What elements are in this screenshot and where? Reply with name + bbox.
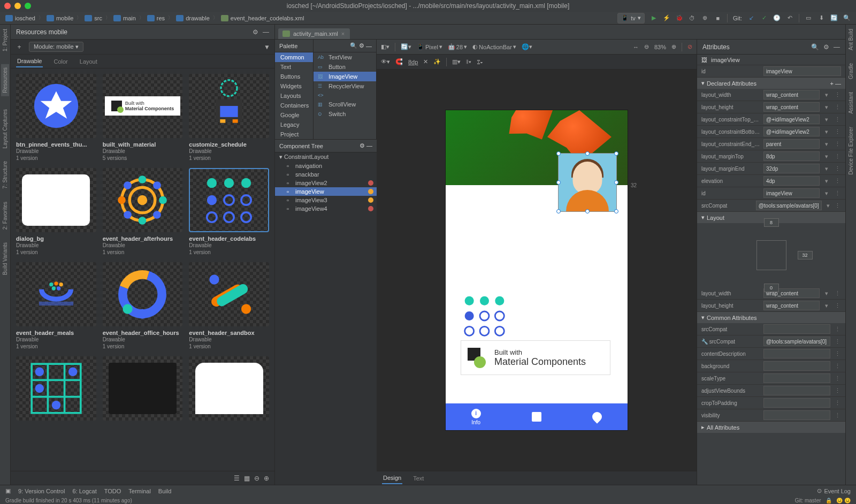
tab-layout[interactable]: Layout <box>79 56 98 67</box>
sidebar-structure[interactable]: 7: Structure <box>2 161 8 189</box>
palette-widget[interactable]: ⊙Switch <box>314 109 376 119</box>
tab-drawable[interactable]: Drawable <box>16 56 43 67</box>
attr-dropdown-icon[interactable]: ▾ <box>823 190 830 197</box>
imageview3[interactable] <box>462 293 507 339</box>
attr-value-field[interactable] <box>763 410 830 420</box>
align-icon[interactable]: ⫴▾ <box>466 58 471 65</box>
nav-schedule[interactable] <box>506 403 567 430</box>
palette-widget[interactable]: ▥ScrollView <box>314 100 376 109</box>
resource-card[interactable]: event_header_meals Drawable 1 version <box>16 262 96 350</box>
margin-top-input[interactable]: 8 <box>764 218 779 227</box>
attr-more-icon[interactable]: ⋮ <box>834 128 841 135</box>
attr-value-field[interactable]: wrap_content <box>763 102 820 112</box>
sidebar-resources[interactable]: Resources <box>1 64 9 96</box>
breadcrumb-file[interactable]: event_header_codelabs.xml <box>221 15 304 21</box>
attr-more-icon[interactable]: ⋮ <box>834 363 841 370</box>
zoom-in-icon[interactable]: ⊕ <box>264 475 269 482</box>
attr-value-field[interactable] <box>763 386 830 395</box>
search-everywhere-icon[interactable]: 🔍 <box>843 14 851 22</box>
attr-value-field[interactable]: wrap_content <box>763 301 820 310</box>
palette-category[interactable]: Containers <box>275 101 313 110</box>
attr-more-icon[interactable]: ⋮ <box>834 178 841 185</box>
attr-value-field[interactable]: 4dp <box>763 176 820 186</box>
attr-more-icon[interactable]: ⋮ <box>834 350 841 357</box>
sync-icon[interactable]: 🔄 <box>830 14 838 22</box>
resource-card[interactable] <box>189 356 269 421</box>
id-field[interactable]: imageView <box>763 66 841 76</box>
breadcrumb[interactable]: mobile <box>47 15 73 21</box>
module-dropdown[interactable]: Module: mobile ▾ <box>29 42 83 52</box>
attr-dropdown-icon[interactable]: ▾ <box>823 165 830 172</box>
breadcrumb[interactable]: drawable <box>176 15 210 21</box>
view-options-icon[interactable]: 👁▾ <box>381 58 390 65</box>
attr-dropdown-icon[interactable]: ▾ <box>823 178 830 185</box>
zoom-out-icon[interactable]: ⊖ <box>644 43 649 50</box>
sidebar-layout-captures[interactable]: Layout Captures <box>2 109 8 148</box>
attr-dropdown-icon[interactable]: ▾ <box>823 91 830 98</box>
profile-icon[interactable]: ⏱ <box>689 14 696 22</box>
palette-category[interactable]: Buttons <box>275 72 313 81</box>
attr-more-icon[interactable]: ⋮ <box>834 387 841 394</box>
attr-value-field[interactable]: parent <box>763 139 820 149</box>
breadcrumb[interactable]: src <box>85 15 102 21</box>
tree-root[interactable]: ▾ ConstraintLayout <box>275 152 377 162</box>
breadcrumb[interactable]: main <box>113 15 136 21</box>
palette-widget[interactable]: 🖼ImageView <box>314 72 376 81</box>
attr-more-icon[interactable]: ⋮ <box>834 338 841 345</box>
attr-more-icon[interactable]: ⋮ <box>834 91 841 98</box>
infer-constraints-icon[interactable]: ✨ <box>433 58 441 65</box>
vcs-commit-icon[interactable]: ✓ <box>760 14 768 22</box>
close-window-button[interactable] <box>4 3 11 9</box>
sb-todo[interactable]: TODO <box>104 487 121 494</box>
sdk-manager-icon[interactable]: ⬇ <box>817 14 825 22</box>
attr-dropdown-icon[interactable]: ▾ <box>825 202 831 209</box>
tree-item[interactable]: ▫imageView2 <box>275 179 377 187</box>
attr-more-icon[interactable]: ⋮ <box>834 190 841 197</box>
warnings-icon[interactable]: ⊘ <box>687 43 692 50</box>
close-tab-icon[interactable]: × <box>341 30 345 37</box>
attr-more-icon[interactable]: ⋮ <box>834 375 841 382</box>
bottom-navigation[interactable]: iInfo <box>446 403 628 430</box>
palette-category[interactable]: Project <box>275 129 313 139</box>
zoom-out-icon[interactable]: ⊖ <box>254 475 259 482</box>
attr-more-icon[interactable]: ⋮ <box>834 141 841 148</box>
sidebar-device-file-explorer[interactable]: Device File Explorer <box>848 127 854 174</box>
tab-design[interactable]: Design <box>382 472 402 484</box>
zoom-in-icon[interactable]: ⊕ <box>671 43 676 50</box>
tab-color[interactable]: Color <box>52 56 68 67</box>
device-selector[interactable]: 📱 tv ▾ <box>617 13 645 24</box>
sidebar-build-variants[interactable]: Build Variants <box>2 242 8 275</box>
resource-card[interactable]: Built withMaterial Components built_with… <box>103 74 183 162</box>
tree-item[interactable]: ▫imageView4 <box>275 204 377 213</box>
resize-handle[interactable] <box>556 151 561 156</box>
attr-value-field[interactable]: @+id/imageView2 <box>763 127 820 136</box>
pan-icon[interactable]: ↔ <box>633 44 639 50</box>
tab-text[interactable]: Text <box>412 473 425 484</box>
attr-dropdown-icon[interactable]: ▾ <box>823 153 830 160</box>
constraint-handle[interactable] <box>585 209 590 213</box>
attr-more-icon[interactable]: ⋮ <box>834 302 841 309</box>
constraint-handle[interactable] <box>556 180 561 185</box>
minimize-icon[interactable]: — <box>366 43 372 49</box>
api-selector[interactable]: 🤖 28▾ <box>448 43 467 50</box>
breadcrumb[interactable]: iosched <box>5 15 35 21</box>
breadcrumb[interactable]: res <box>147 15 165 21</box>
attr-dropdown-icon[interactable]: ▾ <box>823 290 830 297</box>
attr-dropdown-icon[interactable]: ▾ <box>823 141 830 148</box>
vcs-history-icon[interactable]: 🕐 <box>773 14 781 22</box>
add-resource-button[interactable]: + <box>14 42 25 52</box>
margin-right-input[interactable]: 32 <box>798 251 813 259</box>
attr-value-field[interactable]: 32dp <box>763 164 820 173</box>
filter-icon[interactable]: ▼ <box>264 43 271 51</box>
vcs-update-icon[interactable]: ↙ <box>747 14 755 22</box>
tool-window-toggle[interactable]: ▣ <box>5 487 11 494</box>
resize-handle[interactable] <box>556 209 561 213</box>
gear-icon[interactable]: ⚙ <box>359 42 364 49</box>
tree-item[interactable]: ▫imageView <box>275 187 377 196</box>
attr-more-icon[interactable]: ⋮ <box>834 153 841 160</box>
attr-dropdown-icon[interactable]: ▾ <box>823 104 830 111</box>
gear-icon[interactable]: ⚙ <box>823 43 829 51</box>
attr-value-field[interactable]: wrap_content <box>763 90 820 100</box>
resource-card[interactable]: customize_schedule Drawable 1 version <box>189 74 269 162</box>
common-attributes-header[interactable]: ▾ Common Attributes <box>697 312 845 323</box>
